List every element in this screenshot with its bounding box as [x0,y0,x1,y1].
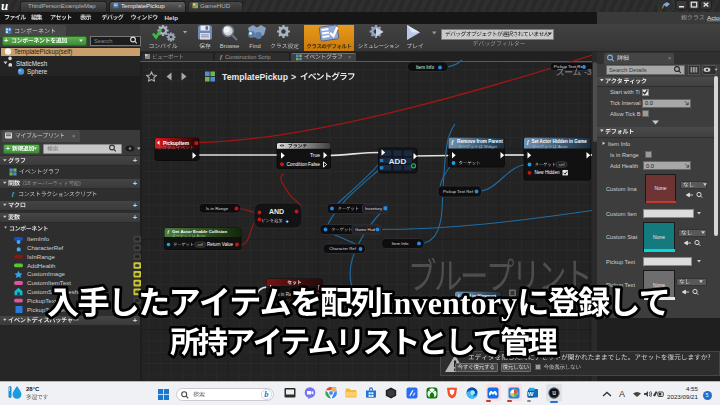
svg-text:×: × [348,54,351,60]
svg-text:Custom Stat: Custom Stat [606,234,638,240]
svg-text:TemplatePickup: TemplatePickup [121,2,165,9]
svg-text:×: × [178,3,182,9]
svg-text:None: None [653,234,665,240]
svg-text:None: None [655,185,667,191]
svg-text:28°C: 28°C [26,386,40,392]
svg-text:AddHealth: AddHealth [27,262,55,269]
svg-text:5: 5 [705,392,708,398]
svg-text:Actor: Actor [707,14,720,21]
svg-text:Add Health: Add Health [610,163,638,169]
svg-text:CharacterRef: CharacterRef [27,244,64,251]
svg-text:0.0: 0.0 [645,100,653,106]
svg-text:-3: -3 [584,67,592,77]
svg-text:ItemInfo: ItemInfo [27,235,50,242]
svg-text:Tick Interval: Tick Interval [610,100,640,106]
svg-text:0.0: 0.0 [646,163,654,169]
svg-text:A: A [619,389,625,399]
svg-text:Search: Search [94,38,112,44]
svg-text:Browse: Browse [220,43,239,49]
svg-text:2023/09/21: 2023/09/21 [667,393,699,400]
svg-text:Item Info: Item Info [608,141,630,147]
svg-text:f: f [220,54,223,60]
svg-text:IsInRange: IsInRange [27,253,55,260]
svg-text:+: + [4,37,8,44]
svg-text:Help: Help [165,14,179,21]
svg-text:Allow Tick B: Allow Tick B [610,111,641,117]
svg-text:+: + [133,316,138,325]
svg-text:4:55: 4:55 [686,385,699,392]
svg-text:Custom Iten: Custom Iten [606,211,637,217]
svg-text:GameHUD: GameHUD [200,2,231,9]
svg-text:None: None [653,282,665,288]
svg-text:Is in Range: Is in Range [610,152,639,158]
svg-text:+: + [133,213,138,222]
svg-text:Start with Ti: Start with Ti [610,89,640,95]
svg-text:+: + [133,156,138,165]
svg-text:×: × [72,133,75,139]
svg-text:+: + [6,145,10,152]
svg-text:StaticMesh: StaticMesh [16,60,48,67]
svg-text:+: + [133,201,138,210]
svg-text:CustomItemText: CustomItemText [27,279,71,286]
svg-text:CustomImage: CustomImage [27,270,66,277]
svg-text:Pickup Text: Pickup Text [606,259,635,265]
svg-text:TemplatePickup(self): TemplatePickup(self) [14,48,72,56]
svg-text:>: > [291,72,296,82]
svg-text:b: b [264,389,268,399]
svg-text:Find: Find [249,43,260,49]
svg-text:+: + [133,179,138,188]
svg-text:f: f [12,191,15,197]
svg-text:PickupText: PickupText [27,297,57,304]
svg-text:(18 オーバーライド可能): (18 オーバーライド可能) [23,180,81,187]
svg-text:Sphere: Sphere [27,68,48,76]
svg-text:u: u [1,0,8,13]
svg-text:Search Details: Search Details [609,67,647,73]
svg-text:Construction Scrip: Construction Scrip [225,54,271,60]
svg-text:ThirdPersonExampleMap: ThirdPersonExampleMap [28,3,96,9]
svg-text:Custom Ima: Custom Ima [606,186,637,192]
svg-text:TemplatePickup: TemplatePickup [222,72,288,82]
svg-text:×: × [668,55,671,61]
